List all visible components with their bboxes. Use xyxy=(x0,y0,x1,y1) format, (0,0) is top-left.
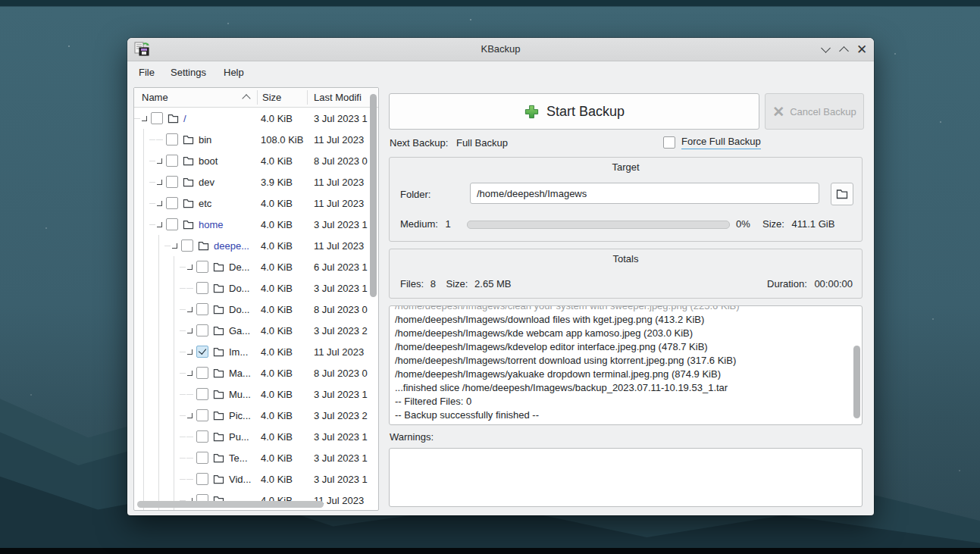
expander-icon[interactable] xyxy=(183,299,196,320)
expander-icon[interactable] xyxy=(152,214,166,235)
sort-ascending-icon xyxy=(242,94,250,102)
tree-row[interactable]: boot 4.0 KiB 8 Jul 2023 0 xyxy=(134,150,378,171)
tree-row[interactable]: dev 3.9 KiB 11 Jul 2023 xyxy=(134,171,378,192)
expander-icon[interactable] xyxy=(183,320,196,341)
row-checkbox[interactable] xyxy=(196,409,208,421)
row-checkbox[interactable] xyxy=(166,176,178,188)
expander-icon[interactable] xyxy=(152,171,166,192)
expander-icon[interactable] xyxy=(183,447,196,468)
tree-row[interactable]: Ga... 4.0 KiB 3 Jul 2023 2 xyxy=(134,320,378,341)
titlebar[interactable]: KBackup ✕ xyxy=(127,38,874,61)
tree-guide-line xyxy=(152,341,168,362)
maximize-button[interactable] xyxy=(836,42,851,56)
folder-icon xyxy=(183,220,194,230)
indent xyxy=(134,320,183,341)
row-checkbox[interactable] xyxy=(166,133,178,146)
force-full-backup-checkbox[interactable]: Force Full Backup xyxy=(663,136,761,149)
tree-row[interactable]: / 4.0 KiB 3 Jul 2023 1 xyxy=(134,108,378,129)
row-checkbox[interactable] xyxy=(166,218,178,230)
tree-row[interactable]: home 4.0 KiB 3 Jul 2023 1 xyxy=(134,214,378,235)
tree-row[interactable]: bin 108.0 KiB 11 Jul 2023 xyxy=(134,129,378,150)
row-checkbox[interactable] xyxy=(196,346,208,358)
expander-icon[interactable] xyxy=(152,129,166,150)
expander-icon[interactable] xyxy=(152,192,166,214)
expander-icon[interactable] xyxy=(183,256,196,277)
row-checkbox[interactable] xyxy=(196,452,208,464)
row-modified: 8 Jul 2023 0 xyxy=(314,304,368,315)
tree-row[interactable]: De... 4.0 KiB 6 Jul 2023 1 xyxy=(134,256,378,277)
tree-header: Name Size Last Modifi xyxy=(134,88,378,108)
folder-name: Ga... xyxy=(229,325,250,336)
row-modified: 11 Jul 2023 xyxy=(314,177,364,188)
row-checkbox[interactable] xyxy=(196,430,208,443)
menu-file[interactable]: File xyxy=(136,65,158,80)
row-checkbox[interactable] xyxy=(196,303,208,315)
target-folder-input[interactable] xyxy=(470,183,819,204)
expander-icon[interactable] xyxy=(183,341,196,362)
indent xyxy=(134,299,183,320)
menu-help[interactable]: Help xyxy=(221,65,247,80)
tree-row[interactable]: Mu... 4.0 KiB 3 Jul 2023 1 xyxy=(134,383,378,405)
expander-icon[interactable] xyxy=(168,235,181,256)
tree-row[interactable]: Pu... 4.0 KiB 3 Jul 2023 1 xyxy=(134,426,378,447)
expander-icon[interactable] xyxy=(183,277,196,299)
minimize-button[interactable] xyxy=(818,42,833,56)
row-checkbox[interactable] xyxy=(196,388,208,400)
row-checkbox[interactable] xyxy=(181,239,193,252)
tree-row[interactable]: Do... 4.0 KiB 3 Jul 2023 1 xyxy=(134,277,378,299)
tree-row[interactable]: Te... 4.0 KiB 3 Jul 2023 1 xyxy=(134,447,378,468)
tree-row[interactable]: Do... 4.0 KiB 8 Jul 2023 0 xyxy=(134,299,378,320)
column-header-name[interactable]: Name xyxy=(142,92,168,103)
expander-icon[interactable] xyxy=(183,405,196,426)
tree-row[interactable]: Vid... 4.0 KiB 3 Jul 2023 1 xyxy=(134,468,378,490)
backup-log: /home/deepesh/Imagews/clean your system … xyxy=(389,305,863,425)
folder-icon xyxy=(213,368,224,378)
checkbox[interactable] xyxy=(663,136,675,149)
row-checkbox[interactable] xyxy=(196,473,208,485)
indent xyxy=(134,426,183,447)
log-lines: /home/deepesh/Imagews/clean your system … xyxy=(395,306,850,424)
expander-icon[interactable] xyxy=(183,426,196,447)
tree-row[interactable]: deepe... 4.0 KiB 11 Jul 2023 xyxy=(134,235,378,256)
expander-icon[interactable] xyxy=(183,468,196,490)
tree-horizontal-scrollbar[interactable] xyxy=(137,501,324,508)
row-modified: 8 Jul 2023 0 xyxy=(314,155,368,167)
log-vertical-scrollbar[interactable] xyxy=(853,346,860,418)
tree-row[interactable]: etc 4.0 KiB 11 Jul 2023 xyxy=(134,192,378,214)
tree-vertical-scrollbar[interactable] xyxy=(370,94,377,297)
expander-icon[interactable] xyxy=(183,383,196,405)
row-checkbox[interactable] xyxy=(196,261,208,273)
warnings-textarea[interactable] xyxy=(389,448,863,507)
cancel-backup-button[interactable]: ✕ Cancel Backup xyxy=(765,93,864,130)
tree-row[interactable]: Im... 4.0 KiB 11 Jul 2023 xyxy=(134,341,378,362)
row-size: 4.0 KiB xyxy=(261,113,293,124)
expander-icon[interactable] xyxy=(137,108,151,129)
row-checkbox[interactable] xyxy=(151,112,163,124)
column-header-modified[interactable]: Last Modifi xyxy=(314,92,362,103)
row-checkbox[interactable] xyxy=(166,197,178,209)
column-header-size[interactable]: Size xyxy=(262,92,281,103)
row-size: 4.0 KiB xyxy=(261,240,293,252)
folder-name: Do... xyxy=(229,304,249,315)
folder-label: Folder: xyxy=(400,189,431,200)
column-divider[interactable] xyxy=(257,90,258,105)
folder-icon xyxy=(836,189,848,199)
column-divider[interactable] xyxy=(307,90,308,105)
tree-row[interactable]: Pic... 4.0 KiB 3 Jul 2023 2 xyxy=(134,405,378,426)
row-checkbox[interactable] xyxy=(196,324,208,336)
row-checkbox[interactable] xyxy=(166,155,178,167)
expander-icon[interactable] xyxy=(152,150,166,171)
folder-name: Mu... xyxy=(229,389,251,400)
folder-icon xyxy=(213,347,224,357)
row-checkbox[interactable] xyxy=(196,282,208,294)
row-size: 4.0 KiB xyxy=(261,283,293,294)
close-button[interactable]: ✕ xyxy=(854,42,869,56)
expander-icon[interactable] xyxy=(183,362,196,383)
row-checkbox[interactable] xyxy=(196,367,208,379)
start-backup-button[interactable]: Start Backup xyxy=(389,93,759,130)
browse-folder-button[interactable] xyxy=(831,183,853,205)
folder-icon xyxy=(213,283,224,293)
tree-row[interactable]: Ma... 4.0 KiB 8 Jul 2023 0 xyxy=(134,362,378,383)
menu-settings[interactable]: Settings xyxy=(168,65,209,80)
tree-guide-line xyxy=(137,235,152,256)
